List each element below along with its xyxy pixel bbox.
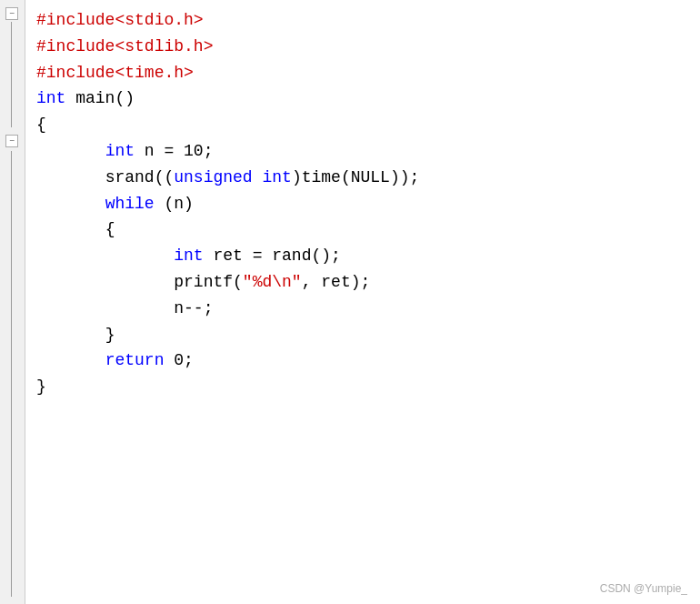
token-while: while [105,191,155,217]
code-line-9: { [36,216,689,243]
gutter: − − [0,0,25,604]
token: } [105,322,115,348]
code-line-1: #include<stdio.h> [36,7,689,34]
fold-icon-includes[interactable]: − [5,7,18,20]
code-line-3: #include<time.h> [36,60,689,86]
indent [36,322,105,348]
token: <time.h> [115,60,193,86]
code-line-8: while (n) [36,191,689,217]
token: { [36,112,46,138]
token: main() [65,86,135,112]
editor-container: − − #include<stdio.h> #include<stdlib.h>… [0,0,700,604]
token-int: int [105,138,135,165]
code-area: #include<stdio.h> #include<stdlib.h> #in… [25,0,700,604]
indent [36,347,105,374]
indent [36,269,174,296]
token-int2: int [262,165,291,191]
code-line-6: int n = 10; [36,138,689,165]
token [253,165,263,191]
token: n--; [174,296,213,322]
fold-icon-main[interactable]: − [5,135,18,147]
token: #include [36,60,115,86]
token: <stdlib.h> [115,34,213,60]
token: <stdio.h> [115,7,203,34]
code-line-15: } [36,374,689,400]
indent [36,191,105,217]
token-return: return [105,347,165,374]
code-line-12: n--; [36,296,689,322]
watermark: CSDN @Yumpie_ [600,582,687,595]
fold-line-main [11,151,12,597]
token-int3: int [174,243,203,269]
token: )time(NULL)); [292,165,419,191]
indent [36,216,105,243]
token: , ret); [302,269,371,296]
indent [36,296,174,322]
indent [36,243,174,269]
token: n = 10; [135,138,213,165]
code-line-7: srand((unsigned int)time(NULL)); [36,165,689,191]
code-line-13: } [36,322,689,348]
token: #include [36,7,115,34]
code-line-10: int ret = rand(); [36,243,689,269]
indent [36,138,105,165]
code-line-11: printf("%d\n", ret); [36,269,689,296]
token: (n) [155,191,194,217]
fold-line-includes [11,22,12,127]
token: } [36,374,46,400]
token-string: "%d\n" [243,269,302,296]
token: printf( [174,269,243,296]
code-line-5: { [36,112,689,138]
token: ret = rand(); [204,243,341,269]
token: { [105,216,115,243]
indent [36,165,105,191]
code-line-2: #include<stdlib.h> [36,34,689,60]
token-int: int [36,86,65,112]
token-unsigned: unsigned [174,165,252,191]
token: srand(( [105,165,175,191]
code-line-14: return 0; [36,347,689,374]
token: 0; [164,347,193,374]
code-line-4: int main() [36,86,689,112]
token: #include [36,34,115,60]
